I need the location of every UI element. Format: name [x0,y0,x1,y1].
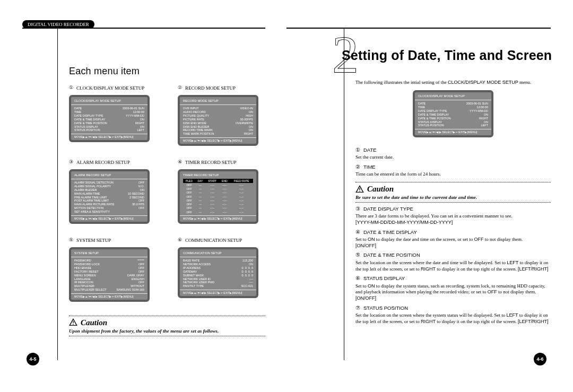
content-right: The following illustrates the intial set… [355,80,551,360]
desc-body: Set the location on the screen where the… [355,312,551,325]
osd-row: TIME12:00:00 [418,106,488,109]
osd-row: ALARM SIGNAL DETECTIONOFF [74,181,144,185]
desc-item: ⑤DATE & TIME POSITIONSet the location on… [355,252,551,272]
osd-row: STATUS DISPLAYON [74,125,144,129]
desc-body: Time can be entered in the form of 24 ho… [355,171,551,178]
top-rule-right [286,28,551,29]
caution-heading: Caution [69,318,265,327]
osd-row: DATE2003-06-01 SUN [418,102,488,106]
menu-item: ③ALARM RECORD SETUPALARM RECORD SETUPALA… [69,160,157,224]
osd-row: ALARM SIGNAL POLARITYN.O. [74,185,144,188]
osd-timer-panel: TIMER RECORD SETUPPLEDDAYSTARTENDFIELD R… [178,169,258,224]
osd-row: DATE DISPLAY TYPEYYYY-MM-DD [418,109,488,113]
osd-row: RECORD TIME MARKON [183,128,253,132]
osd-row: PAN/TILT TYPESCC-421 [183,284,253,288]
caution-text: Upon shipment from the factory, the valu… [69,328,265,334]
page-left: DIGITAL VIDEO RECORDER Each menu item ①C… [0,0,286,392]
desc-block-1: ①DATESet the current date.②TIMETime can … [355,147,551,178]
dots-rule [69,336,265,336]
osd-row: MULTIPLEXERWITHOUT [74,284,144,288]
desc-title: ⑦STATUS POSITION [355,305,551,311]
menu-item-label: ②RECORD MODE SETUP [178,85,265,91]
osd-row: TIME MARK POSITIONRIGHT [183,132,253,136]
desc-body: Set the location on the screen where the… [355,260,551,272]
osd-row: DISK END MODEOVERWRITE [183,121,253,125]
osd-row: MAIN ALARM PICTURE RATE30.0 FPS [74,203,144,206]
caution-icon [69,318,77,327]
menu-item-label: ①CLOCK/DISPLAY MODE SETUP [69,85,157,91]
desc-item: ③DATE DISPLAY TYPEThere are 3 date forms… [355,206,551,226]
caution-block-left: Caution Upon shipment from the factory, … [69,316,265,336]
osd-row: PICTURE RATE30.00FPS [183,118,253,121]
osd-row: MULTIPLEXER SELECTSAMSUNG SDM-160 [74,288,144,292]
content-left: Each menu item ①CLOCK/DISPLAY MODE SETUP… [69,30,265,360]
osd-row: SET AREA & SENSITIVITY [74,210,144,214]
page-num-left: 4-5 [27,353,39,365]
menu-item: ⑤SYSTEM SETUPSYSTEM SETUPPASSWORD******P… [69,238,157,302]
osd-title: TIMER RECORD SETUP [183,173,253,177]
osd-row: POST ALARM TIME LIMITOFF [74,199,144,203]
svg-point-1 [73,324,74,325]
osd-panel: CLOCK/DISPLAY MODE SETUPDATE2003-06-01 S… [413,90,493,137]
dots-rule [355,202,551,203]
desc-body: Set to ON to display the date and time o… [355,237,551,243]
osd-row: DVR INPUTVIDEO-IN [183,107,253,110]
osd-row: MAIN ALARM TIME10 SECOND [74,192,144,196]
osd-title: COMMUNICATION SETUP [183,251,253,255]
menu-item-label: ⑤SYSTEM SETUP [69,238,157,243]
caution-block-right: Caution Be sure to set the date and time… [355,182,551,203]
osd-footer: MOVE▶▲/▼/◀/▶ SELECT▶↵ EXIT▶[MENU] [71,215,147,221]
osd-row: GATEWAY0. 0. 0. 0 [183,270,253,274]
chapter-title: Setting of Date, Time and Screen [342,48,552,63]
osd-footer: MOVE▶▲/▼/◀/▶ SELECT▶↵ EXIT▶[MENU] [180,137,256,143]
osd-row: MOTION DETECTIONOFF [74,206,144,210]
osd-row: DATE & TIME DISPLAYON [74,118,144,121]
osd-panel: ALARM RECORD SETUPALARM SIGNAL DETECTION… [69,169,150,224]
svg-point-4 [359,190,360,191]
osd-row: NETWORK USER PWD---- [183,281,253,284]
desc-body: There are 3 date forms to be displayed. … [355,213,551,220]
osd-row: PASSWORD LOCKOFF [74,263,144,266]
menu-item: ⑥COMMUNICATION SETUPCOMMUNICATION SETUPB… [178,238,265,302]
desc-title: ③DATE DISPLAY TYPE [355,206,551,212]
osd-row: STATUS POSITIONLEFT [74,128,144,132]
osd-row: DATE2003-06-01 SUN [74,107,144,110]
caution-label: Caution [81,318,107,327]
desc-title: ④DATE & TIME DISPLAY [355,229,551,236]
osd-row: BAUD RATE115,200 [183,259,253,263]
menu-item: ④TIMER RECORD SETUPTIMER RECORD SETUPPLE… [178,160,265,224]
osd-footer: MOVE▶▲/▼/◀/▶ SELECT▶↵ EXIT▶[MENU] [71,293,147,299]
intro-suffix: menu. [518,80,532,85]
page-right: 2 Setting of Date, Time and Screen The f… [286,0,573,392]
side-rule-left [57,28,58,360]
osd-title: ALARM RECORD SETUP [74,173,144,177]
desc-item: ②TIMETime can be entered in the form of … [355,164,551,178]
osd-row: PICTURE QUALITYHIGH [183,114,253,118]
osd-row: PRE ALARM TIME LIMIT2 SECOND [74,196,144,199]
osd-row: STATUS DISPLAYON [418,120,488,124]
osd-title: CLOCK/DISPLAY MODE SETUP [74,99,144,103]
osd-row: DATE & TIME POSITIONRIGHT [418,117,488,120]
menu-item-label: ⑥COMMUNICATION SETUP [178,238,265,243]
desc-options: [YYYY-MM-DD/DD-MM-YYYY/MM-DD-YYYY] [355,220,551,226]
desc-item: ④DATE & TIME DISPLAYSet to ON to display… [355,229,551,249]
desc-title: ⑥STATUS DISPLAY [355,275,551,282]
intro-line: The following illustrates the intial set… [355,80,551,85]
osd-title: RECORD MODE SETUP [183,99,253,103]
osd-row: MENU SCREENDARK GRAY [74,274,144,277]
osd-title: SYSTEM SETUP [74,251,144,255]
desc-title: ⑤DATE & TIME POSITION [355,252,551,258]
desc-block-2: ③DATE DISPLAY TYPEThere are 3 date forms… [355,206,551,325]
osd-row: TIME12:00:00 [74,110,144,114]
osd-row: NETWORK ACCESSON [183,263,253,266]
osd-row: NETWORK USER ID---- [183,277,253,281]
section-title: Each menu item [69,66,265,77]
menu-item: ①CLOCK/DISPLAY MODE SETUPCLOCK/DISPLAY M… [69,85,157,146]
osd-row: DATE DISPLAY TYPEYYYY-MM-DD [74,114,144,118]
dots-rule [355,182,551,182]
osd-row: HDD ERASEOFF [74,266,144,270]
osd-right-wrap: CLOCK/DISPLAY MODE SETUPDATE2003-06-01 S… [355,90,551,137]
osd-title: CLOCK/DISPLAY MODE SETUP [418,94,488,98]
osd-row: FACTORY RESETOFF [74,270,144,274]
desc-item: ⑥STATUS DISPLAYSet to ON to display the … [355,275,551,301]
